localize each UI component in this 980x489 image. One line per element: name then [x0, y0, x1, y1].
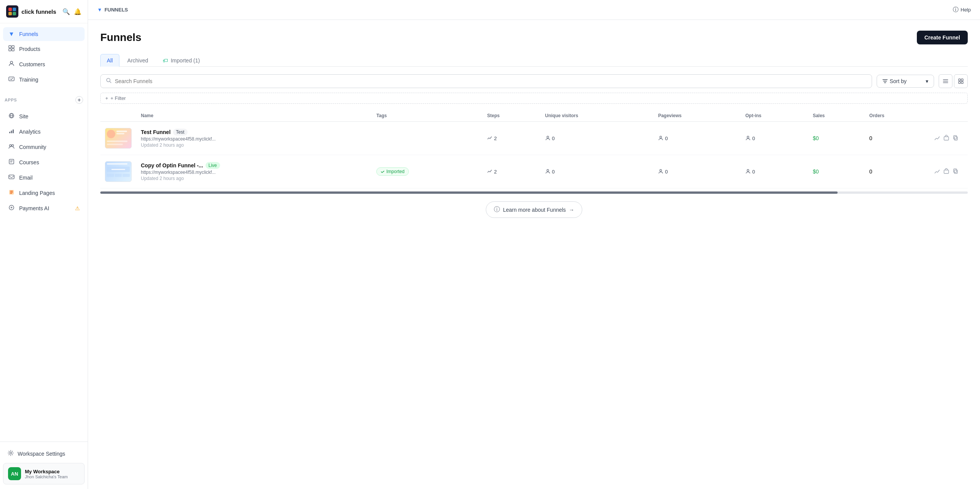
optins-stat: 0 — [745, 135, 804, 142]
svg-point-33 — [660, 169, 662, 171]
grid-view-button[interactable] — [954, 74, 968, 88]
sidebar-item-training-label: Training — [19, 77, 38, 83]
apps-section-label: APPS + — [0, 92, 88, 105]
notification-icon[interactable]: 🔔 — [74, 8, 82, 15]
funnel-status-live: Live — [206, 162, 220, 169]
col-name: Name — [136, 110, 372, 122]
create-funnel-button[interactable]: Create Funnel — [917, 31, 968, 44]
tab-all[interactable]: All — [100, 54, 119, 67]
tab-imported[interactable]: 🏷 Imported (1) — [156, 54, 206, 67]
sidebar-item-payments-ai-label: Payments AI — [19, 205, 49, 211]
learn-more-help-icon: ⓘ — [494, 206, 500, 214]
workspace-info: My Workspace Jhon Salchicha's Team — [25, 469, 80, 479]
svg-rect-6 — [9, 49, 11, 51]
svg-rect-2 — [8, 12, 12, 15]
row2-actions-cell — [929, 155, 968, 188]
analytics-action-icon[interactable] — [934, 135, 940, 142]
funnels-table: Name Tags Steps Unique visitors Pageview… — [100, 110, 968, 188]
breadcrumb: ▼ FUNNELS — [97, 7, 128, 13]
tab-archived[interactable]: Archived — [121, 54, 155, 67]
sidebar-item-courses[interactable]: Courses — [3, 155, 85, 170]
analytics-icon — [8, 128, 15, 136]
row1-actions-cell — [929, 122, 968, 155]
optins-icon — [745, 168, 751, 175]
col-thumb — [100, 110, 136, 122]
list-view-button[interactable] — [939, 74, 952, 88]
svg-rect-5 — [12, 46, 14, 48]
workspace-settings-item[interactable]: Workspace Settings — [3, 446, 85, 461]
sidebar-bottom: Workspace Settings AN My Workspace Jhon … — [0, 442, 88, 489]
sidebar-item-analytics[interactable]: Analytics — [3, 124, 85, 139]
svg-point-27 — [660, 136, 662, 138]
imported-tag-icon: 🏷 — [163, 57, 168, 64]
row1-tags-cell — [372, 122, 482, 155]
sidebar-item-payments-ai[interactable]: Payments AI ⚠ — [3, 201, 85, 216]
thumb-inner — [105, 128, 131, 148]
table-row: Test Funnel Test https://myworkspacee4f5… — [100, 122, 968, 155]
share-action-icon[interactable] — [943, 135, 949, 142]
help-button[interactable]: ⓘ Help — [953, 6, 971, 13]
funnel-thumbnail[interactable] — [105, 161, 132, 182]
sidebar-item-training[interactable]: Training — [3, 72, 85, 87]
sidebar-header-icons: 🔍 🔔 — [62, 8, 82, 15]
svg-point-21 — [107, 79, 110, 82]
sidebar-item-funnels[interactable]: ▼ Funnels — [3, 27, 85, 41]
sidebar-item-customers[interactable]: Customers — [3, 57, 85, 72]
sidebar-item-products-label: Products — [19, 46, 40, 52]
svg-rect-23 — [961, 79, 963, 81]
search-input[interactable] — [115, 78, 866, 84]
funnel-tag-pill[interactable]: Test — [173, 129, 188, 136]
search-box[interactable] — [100, 74, 872, 88]
row2-thumb-cell — [100, 155, 136, 188]
svg-rect-13 — [13, 129, 14, 133]
brand-logo — [6, 5, 18, 18]
copy-action-icon[interactable] — [952, 168, 959, 175]
funnel-name: Test Funnel Test — [141, 129, 367, 136]
sidebar-item-products[interactable]: Products — [3, 42, 85, 56]
funnel-thumbnail[interactable] — [105, 128, 132, 149]
steps-icon — [487, 168, 492, 175]
topbar: ▼ FUNNELS ⓘ Help — [88, 0, 980, 20]
topbar-funnel-icon: ▼ — [97, 7, 102, 13]
col-pageviews: Pageviews — [653, 110, 741, 122]
action-icons — [934, 135, 963, 142]
sort-button[interactable]: Sort by ▾ — [877, 75, 934, 88]
imported-badge: Imported — [376, 167, 408, 176]
add-app-button[interactable]: + — [75, 96, 83, 104]
sidebar-item-site[interactable]: Site — [3, 109, 85, 124]
analytics-action-icon[interactable] — [934, 168, 940, 175]
scroll-indicator — [100, 191, 968, 194]
row2-tags-cell: Imported — [372, 155, 482, 188]
row1-visitors-cell: 0 — [541, 122, 653, 155]
svg-rect-29 — [944, 137, 949, 140]
col-optins: Opt-ins — [741, 110, 808, 122]
workspace-name: My Workspace — [25, 469, 80, 474]
page-title: Funnels — [100, 31, 141, 44]
filter-button[interactable]: + + Filter — [100, 93, 968, 104]
learn-more-button[interactable]: ⓘ Learn more about Funnels → — [486, 201, 582, 218]
row2-name-cell: Copy of Optin Funnel -... Live https://m… — [136, 155, 372, 188]
svg-rect-25 — [961, 82, 963, 83]
main-content: ▼ FUNNELS ⓘ Help Funnels Create Funnel A… — [88, 0, 980, 489]
sidebar-item-analytics-label: Analytics — [19, 129, 41, 135]
sidebar-item-community[interactable]: Community — [3, 140, 85, 154]
visitors-icon — [545, 135, 550, 142]
sidebar-item-landing-pages[interactable]: Landing Pages — [3, 186, 85, 200]
svg-point-20 — [10, 452, 12, 454]
sidebar-item-site-label: Site — [19, 113, 28, 119]
funnel-updated: Updated 2 hours ago — [141, 176, 367, 181]
filter-icon: + — [105, 95, 108, 101]
workspace-card[interactable]: AN My Workspace Jhon Salchicha's Team — [3, 463, 85, 484]
sidebar-item-email[interactable]: Email — [3, 170, 85, 185]
share-action-icon[interactable] — [943, 168, 949, 175]
sidebar-item-landing-pages-label: Landing Pages — [19, 190, 55, 196]
col-sales: Sales — [808, 110, 865, 122]
col-tags: Tags — [372, 110, 482, 122]
sidebar-nav: ▼ Funnels Products Customers Training — [0, 23, 88, 92]
search-icon[interactable]: 🔍 — [62, 8, 70, 15]
copy-action-icon[interactable] — [952, 135, 959, 142]
action-icons — [934, 168, 963, 175]
funnel-updated: Updated 2 hours ago — [141, 142, 367, 148]
row2-pageviews-cell: 0 — [653, 155, 741, 188]
row2-sales-cell: $0 — [808, 155, 865, 188]
